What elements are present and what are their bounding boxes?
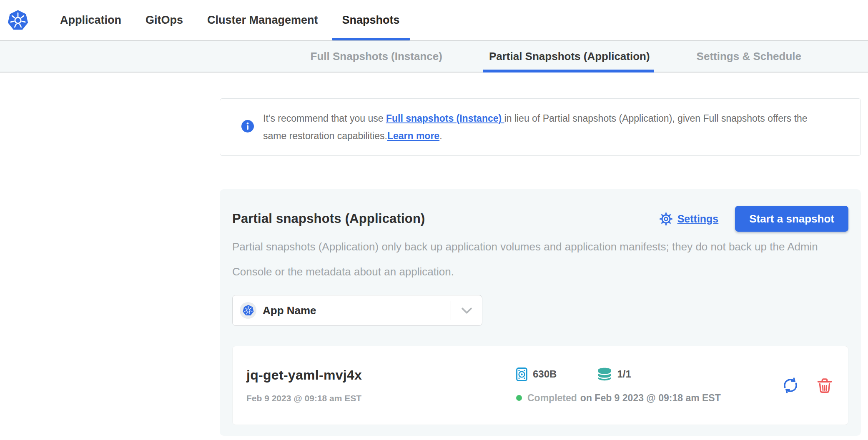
snapshot-status: Completed [527, 392, 577, 404]
restore-icon [781, 376, 800, 395]
nav-item-snapshots[interactable]: Snapshots [342, 0, 400, 40]
tab-partial-snapshots-application[interactable]: Partial Snapshots (Application) [489, 41, 650, 72]
nav-item-gitops[interactable]: GitOps [146, 0, 183, 40]
app-name-dropdown[interactable]: App Name [232, 295, 482, 326]
restore-snapshot-button[interactable] [781, 376, 800, 395]
snapshots-tab-bar: Full Snapshots (Instance) Partial Snapsh… [0, 40, 868, 72]
nav-item-cluster-management[interactable]: Cluster Management [207, 0, 318, 40]
panel-description: Partial snapshots (Application) only bac… [232, 234, 848, 284]
snapshot-size-metric: 630B [516, 368, 557, 381]
snapshots-page: Application GitOps Cluster Management Sn… [0, 0, 868, 440]
info-icon [241, 120, 254, 134]
chevron-down-icon [451, 307, 482, 314]
nav-item-application[interactable]: Application [60, 0, 121, 40]
app-name-value: App Name [263, 304, 316, 317]
info-text-middle: in lieu of Partial snapshots (Applicatio… [504, 113, 808, 124]
snapshot-details: 630B 1/1 [516, 368, 721, 404]
snapshot-status-row: Completed on Feb 9 2023 @ 09:18 am EST [516, 392, 721, 404]
content-area: It’s recommend that you use Full snapsho… [0, 72, 868, 436]
kubernetes-logo-icon[interactable] [8, 10, 28, 31]
disk-size-icon [516, 368, 527, 381]
gear-icon [659, 212, 673, 226]
snapshot-actions [781, 376, 833, 395]
tab-settings-schedule[interactable]: Settings & Schedule [697, 41, 801, 72]
trash-icon [816, 377, 833, 394]
info-banner-text: It’s recommend that you use Full snapsho… [263, 110, 808, 145]
tab-full-snapshots-instance[interactable]: Full Snapshots (Instance) [311, 41, 442, 72]
delete-snapshot-button[interactable] [816, 377, 833, 394]
full-snapshots-instance-link[interactable]: Full snapshots (Instance) [386, 113, 504, 124]
panel-title: Partial snapshots (Application) [232, 211, 659, 226]
settings-label: Settings [677, 213, 719, 225]
app-kubernetes-icon [240, 302, 256, 319]
settings-link[interactable]: Settings [659, 212, 719, 226]
snapshot-name: jq-get-yaml-mvj4x [246, 368, 516, 383]
snapshot-metrics: 630B 1/1 [516, 368, 721, 381]
snapshot-volumes-value: 1/1 [617, 368, 631, 380]
snapshot-volumes-metric: 1/1 [597, 368, 631, 381]
info-text-end: . [439, 130, 442, 141]
snapshot-row: jq-get-yaml-mvj4x Feb 9 2023 @ 09:18 am … [232, 346, 848, 425]
status-dot-icon [516, 395, 522, 401]
info-text-start: It’s recommend that you use [263, 113, 386, 124]
database-volumes-icon [597, 368, 612, 381]
snapshot-created-timestamp: Feb 9 2023 @ 09:18 am EST [246, 393, 516, 403]
snapshot-info: jq-get-yaml-mvj4x Feb 9 2023 @ 09:18 am … [246, 368, 516, 403]
info-banner: It’s recommend that you use Full snapsho… [220, 98, 861, 156]
learn-more-link[interactable]: Learn more [387, 130, 439, 141]
start-snapshot-button[interactable]: Start a snapshot [735, 206, 848, 232]
partial-snapshots-panel: Partial snapshots (Application) [220, 189, 861, 436]
panel-header: Partial snapshots (Application) [232, 206, 848, 232]
top-nav: Application GitOps Cluster Management Sn… [0, 0, 868, 40]
info-text-line2: same restoration capabilities. [263, 130, 387, 141]
snapshot-completed-timestamp: on Feb 9 2023 @ 09:18 am EST [580, 392, 721, 404]
top-nav-items: Application GitOps Cluster Management Sn… [60, 0, 400, 40]
snapshot-size-value: 630B [533, 368, 557, 380]
